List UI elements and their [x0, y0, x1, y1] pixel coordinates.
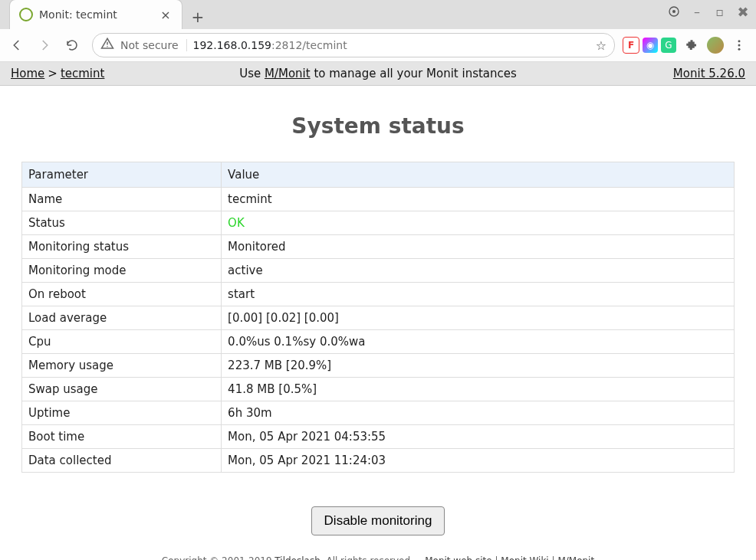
table-row: Boot timeMon, 05 Apr 2021 04:53:55	[22, 425, 735, 449]
svg-point-3	[107, 46, 108, 47]
browser-tab[interactable]: Monit: tecmint ×	[9, 0, 182, 29]
param-cell: Swap usage	[22, 378, 222, 401]
flipboard-extension-icon[interactable]: F	[623, 37, 639, 54]
table-row: Uptime6h 30m	[22, 401, 735, 425]
window-minimize-icon[interactable]: –	[690, 5, 704, 18]
param-cell: Uptime	[22, 401, 222, 425]
value-cell: OK	[222, 211, 735, 235]
table-row: Monitoring modeactive	[22, 259, 735, 283]
tab-close-icon[interactable]: ×	[159, 8, 173, 21]
table-row: Load average[0.00] [0.02] [0.00]	[22, 306, 735, 330]
extension-icon[interactable]: ◉	[643, 38, 658, 53]
col-header-value: Value	[222, 162, 735, 188]
window-maximize-icon[interactable]: ▫	[713, 5, 727, 18]
value-cell: Monitored	[222, 235, 735, 259]
window-close-icon[interactable]: ✖	[736, 5, 750, 18]
footer-mmonit-link[interactable]: M/Monit	[557, 555, 594, 560]
table-row: StatusOK	[22, 211, 735, 235]
param-cell: Monitoring mode	[22, 259, 222, 283]
breadcrumb-host-link[interactable]: tecmint	[61, 67, 105, 80]
value-cell: Mon, 05 Apr 2021 11:24:03	[222, 449, 735, 473]
breadcrumb-home-link[interactable]: Home	[11, 67, 44, 80]
svg-point-6	[738, 48, 741, 51]
disable-monitoring-button[interactable]: Disable monitoring	[311, 506, 445, 535]
table-row: On rebootstart	[22, 283, 735, 306]
param-cell: Load average	[22, 306, 222, 330]
not-secure-icon	[100, 37, 114, 54]
profile-avatar-icon[interactable]	[707, 37, 724, 54]
param-cell: Cpu	[22, 330, 222, 354]
value-cell: start	[222, 283, 735, 306]
grammarly-extension-icon[interactable]: G	[661, 38, 676, 53]
table-row: Monitoring statusMonitored	[22, 235, 735, 259]
value-cell: Mon, 05 Apr 2021 04:53:55	[222, 425, 735, 449]
value-cell: 223.7 MB [20.9%]	[222, 354, 735, 378]
topbar-center-text: Use M/Monit to manage all your Monit ins…	[239, 67, 517, 80]
monit-favicon-icon	[19, 8, 33, 21]
footer-monit-wiki-link[interactable]: Monit Wiki	[501, 555, 548, 560]
tab-title: Monit: tecmint	[39, 8, 153, 21]
footer: Copyright © 2001-2019 Tildeslash. All ri…	[21, 555, 735, 560]
table-row: Swap usage41.8 MB [0.5%]	[22, 378, 735, 401]
svg-point-5	[738, 44, 741, 47]
footer-monit-site-link[interactable]: Monit web site	[425, 555, 491, 560]
param-cell: Data collected	[22, 449, 222, 473]
param-cell: Status	[22, 211, 222, 235]
table-row: Cpu0.0%us 0.1%sy 0.0%wa	[22, 330, 735, 354]
col-header-parameter: Parameter	[22, 162, 222, 188]
mmonit-link[interactable]: M/Monit	[265, 67, 311, 80]
back-button[interactable]	[5, 33, 29, 57]
extensions-puzzle-icon[interactable]	[679, 33, 704, 57]
new-tab-button[interactable]: +	[187, 6, 209, 28]
param-cell: Boot time	[22, 425, 222, 449]
user-menu-icon[interactable]	[667, 5, 681, 18]
monit-version-link[interactable]: Monit 5.26.0	[673, 67, 745, 80]
url-text: 192.168.0.159:2812/tecmint	[193, 39, 347, 51]
table-row: Memory usage223.7 MB [20.9%]	[22, 354, 735, 378]
value-cell: 6h 30m	[222, 401, 735, 425]
status-table: Parameter Value NametecmintStatusOKMonit…	[21, 162, 735, 473]
value-cell: 41.8 MB [0.5%]	[222, 378, 735, 401]
table-row: Data collectedMon, 05 Apr 2021 11:24:03	[22, 449, 735, 473]
reload-button[interactable]	[60, 33, 84, 57]
param-cell: Name	[22, 188, 222, 211]
forward-button[interactable]	[32, 33, 57, 57]
footer-tildeslash-link[interactable]: Tildeslash	[274, 555, 320, 560]
kebab-menu-icon[interactable]	[727, 33, 751, 57]
bookmark-star-icon[interactable]: ☆	[596, 38, 606, 53]
breadcrumb: Home > tecmint	[11, 67, 104, 80]
svg-point-1	[672, 10, 675, 13]
svg-point-4	[738, 40, 741, 42]
value-cell: [0.00] [0.02] [0.00]	[222, 306, 735, 330]
param-cell: On reboot	[22, 283, 222, 306]
address-bar[interactable]: Not secure 192.168.0.159:2812/tecmint ☆	[92, 33, 615, 57]
param-cell: Memory usage	[22, 354, 222, 378]
page-title: System status	[21, 113, 735, 139]
value-cell: tecmint	[222, 188, 735, 211]
param-cell: Monitoring status	[22, 235, 222, 259]
value-cell: 0.0%us 0.1%sy 0.0%wa	[222, 330, 735, 354]
not-secure-label: Not secure	[120, 39, 187, 51]
table-row: Nametecmint	[22, 188, 735, 211]
value-cell: active	[222, 259, 735, 283]
